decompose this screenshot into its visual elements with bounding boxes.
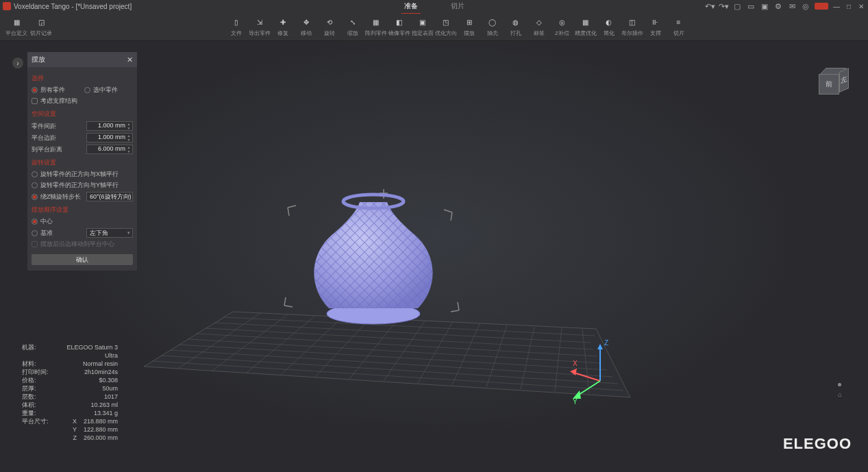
undo-icon[interactable]: ↶▾ — [705, 1, 715, 11]
hole-icon: ◍ — [510, 16, 522, 28]
radio-order-ref[interactable] — [32, 230, 38, 236]
input-part-gap[interactable]: 1.000 mm▲▼ — [86, 121, 133, 131]
close-button[interactable]: ✕ — [857, 2, 865, 10]
tool-hollow[interactable]: ◯抽壳 — [482, 14, 504, 40]
panel-close-icon[interactable]: ✕ — [127, 55, 133, 64]
chat-icon[interactable]: ✉ — [787, 1, 797, 11]
tool-hole[interactable]: ◍打孔 — [505, 14, 527, 40]
select-rot-step[interactable]: 60°(6旋转方向) — [86, 192, 133, 201]
confirm-button[interactable]: 确认 — [32, 254, 133, 265]
export-icon: ⇲ — [253, 16, 266, 28]
tool-accuracy[interactable]: ▦精度优化 — [575, 14, 597, 40]
build-plate — [144, 312, 630, 397]
tool-boolean[interactable]: ◫布尔操作 — [621, 14, 643, 40]
titlebar-right: ↶▾ ↷▾ ▢ ▭ ▣ ⚙ ✉ ◎ — □ ✕ — [705, 1, 865, 11]
open-file-icon[interactable]: ▭ — [746, 1, 756, 11]
brand-logo: ELEGOO — [783, 435, 852, 453]
view-dot[interactable] — [838, 383, 841, 386]
tool-pack[interactable]: ⊞摆放 — [458, 14, 480, 40]
check-move-after — [32, 241, 38, 247]
app-title: Voxeldance Tango - [*Unsaved project] — [14, 3, 132, 10]
radio-rot-y[interactable] — [32, 182, 38, 188]
viewcube-front[interactable]: 前 — [819, 74, 839, 95]
tool-export[interactable]: ⇲导出零件 — [249, 14, 271, 40]
view-side-controls: ⌂ — [838, 383, 842, 398]
boolean-icon: ◫ — [626, 16, 638, 28]
input-edge-margin[interactable]: 1.000 mm▲▼ — [86, 133, 133, 142]
panel-title: 摆放 — [32, 55, 127, 64]
select-order-ref[interactable]: 左下角 — [86, 228, 133, 238]
title-bar: Voxeldance Tango - [*Unsaved project] 准备… — [0, 0, 868, 12]
section-order: 摆放顺序设置 — [32, 206, 133, 214]
app-name: Voxeldance Tango — [14, 3, 70, 10]
redo-icon[interactable]: ↷▾ — [719, 1, 728, 11]
toolbar-main: ▯文件 ⇲导出零件 ✚修复 ✥移动 ⟲旋转 ⤡缩放 ▦阵列零件 ◧镜像零件 ▣指… — [225, 14, 690, 40]
main-tabs: 准备 切片 — [401, 0, 467, 14]
tool-scale[interactable]: ⤡缩放 — [342, 14, 364, 40]
viewcube-side[interactable]: 左 — [839, 68, 849, 92]
section-rotate: 旋转设置 — [32, 158, 133, 167]
save-icon[interactable]: ▣ — [760, 1, 769, 11]
tool-move[interactable]: ✥移动 — [295, 14, 317, 40]
user-icon[interactable]: ◎ — [801, 1, 810, 11]
radio-all-parts[interactable] — [32, 87, 38, 93]
section-select: 选择 — [32, 74, 133, 83]
move-icon: ✥ — [300, 16, 312, 28]
record-icon: ◲ — [35, 16, 47, 28]
surface-icon: ▣ — [417, 16, 429, 28]
settings-icon[interactable]: ⚙ — [773, 1, 783, 11]
tool-slice-record[interactable]: ◲切片记录 — [30, 14, 52, 40]
pack-panel: 摆放 ✕ 选择 所有零件 选中零件 考虑支撑结构 空间设置 零件间距1.000 … — [27, 52, 137, 271]
radio-order-center[interactable] — [32, 219, 38, 225]
radio-rot-x[interactable] — [32, 171, 38, 177]
tool-platform-def[interactable]: ▦平台定义 — [5, 14, 27, 40]
tab-prepare[interactable]: 准备 — [401, 0, 421, 14]
svg-text:X: X — [573, 360, 578, 367]
array-icon: ▦ — [370, 16, 382, 28]
scale-icon: ⤡ — [347, 16, 359, 28]
svg-text:Z: Z — [604, 339, 608, 347]
tool-file[interactable]: ▯文件 — [225, 14, 247, 40]
slice-icon: ≡ — [673, 16, 685, 28]
tool-mirror[interactable]: ◧镜像零件 — [388, 14, 410, 40]
toolbar: ▦平台定义 ◲切片记录 ▯文件 ⇲导出零件 ✚修复 ✥移动 ⟲旋转 ⤡缩放 ▦阵… — [0, 12, 868, 41]
radio-selected-parts[interactable] — [84, 87, 90, 93]
tab-slice[interactable]: 切片 — [448, 0, 467, 14]
tool-rotate[interactable]: ⟲旋转 — [319, 14, 340, 40]
check-consider-support[interactable] — [32, 98, 38, 104]
repair-icon: ✚ — [277, 16, 289, 28]
tool-support[interactable]: ⊪支撑 — [645, 14, 667, 40]
view-cube[interactable]: 前 左 — [819, 69, 849, 99]
section-space: 空间设置 — [32, 110, 133, 119]
maximize-button[interactable]: □ — [845, 2, 853, 10]
minimize-button[interactable]: — — [832, 2, 841, 10]
input-platform-dist[interactable]: 6.000 mm▲▼ — [86, 145, 133, 154]
new-file-icon[interactable]: ▢ — [732, 1, 742, 11]
hollow-icon: ◯ — [486, 16, 499, 28]
tool-array[interactable]: ▦阵列零件 — [365, 14, 387, 40]
pack-icon: ⊞ — [463, 16, 475, 28]
panel-header: 摆放 ✕ — [27, 52, 137, 67]
tool-zcomp[interactable]: ◎Z补偿 — [551, 14, 573, 40]
label-icon: ◇ — [533, 16, 545, 28]
support-icon: ⊪ — [649, 16, 662, 28]
zcomp-icon: ◎ — [556, 16, 569, 28]
svg-marker-0 — [144, 312, 630, 397]
simplify-icon: ◐ — [603, 16, 615, 28]
tool-optimize[interactable]: ◳优化方向 — [435, 14, 457, 40]
tool-repair[interactable]: ✚修复 — [272, 14, 294, 40]
view-home-icon[interactable]: ⌂ — [838, 390, 842, 398]
info-block: 机器:ELEGOO Saturn 3 Ultra 材料:Normal resin… — [22, 343, 118, 442]
radio-rot-step[interactable] — [32, 194, 38, 200]
tool-surface[interactable]: ▣指定表面 — [412, 14, 434, 40]
accuracy-icon: ▦ — [580, 16, 592, 28]
expand-sidebar-button[interactable]: › — [12, 58, 23, 69]
notification-badge-icon[interactable] — [815, 3, 828, 10]
tool-label[interactable]: ◇标签 — [528, 14, 550, 40]
tool-slice[interactable]: ≡切片 — [668, 14, 690, 40]
tool-simplify[interactable]: ◐简化 — [598, 14, 620, 40]
app-logo-icon — [3, 2, 11, 10]
rotate-icon: ⟲ — [323, 16, 336, 28]
svg-text:Y: Y — [573, 398, 578, 406]
platform-icon: ▦ — [10, 16, 23, 28]
